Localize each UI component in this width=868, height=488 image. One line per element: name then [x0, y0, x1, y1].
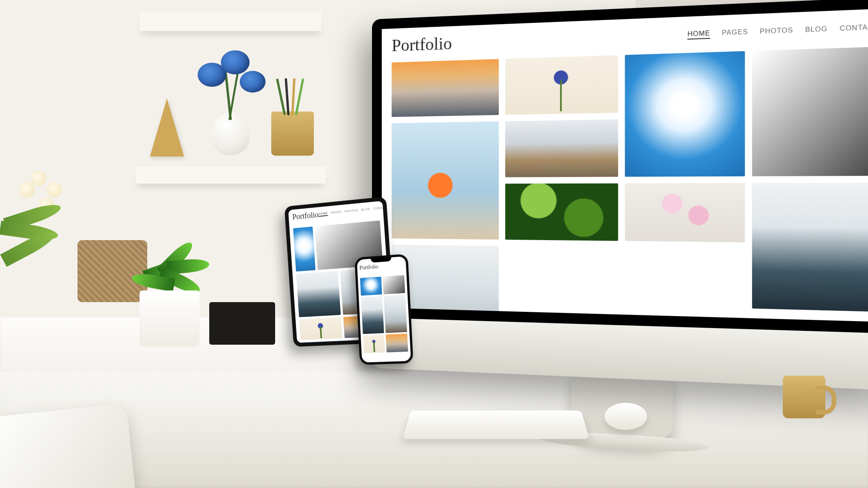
site-logo[interactable]: Portfolio — [392, 33, 452, 55]
portfolio-site-desktop: Portfolio HOME PAGES PHOTOS BLOG CONTACT — [382, 9, 868, 322]
tile-coastal-city[interactable] — [505, 119, 618, 177]
nav-home[interactable]: HOME — [687, 29, 710, 40]
primary-nav: HOME PAGES PHOTOS BLOG CONTACT — [319, 206, 389, 217]
gold-pencil-cup — [271, 112, 314, 156]
tile-green-leaves[interactable] — [505, 183, 618, 241]
tile-steel-bridge[interactable] — [383, 275, 405, 294]
tile-foggy-mountain[interactable] — [361, 296, 384, 334]
orchid-plant — [0, 155, 85, 271]
hydrangea-flower — [221, 50, 250, 74]
black-box — [209, 302, 275, 345]
pencils — [278, 84, 308, 115]
phone-screen: Portfolio — [357, 256, 411, 363]
tile-grape-hyacinth[interactable] — [505, 55, 618, 115]
portfolio-site-phone: Portfolio — [357, 256, 411, 363]
nav-photos[interactable]: PHOTOS — [344, 209, 358, 214]
nav-photos[interactable]: PHOTOS — [760, 26, 793, 37]
tile-foggy-mountain[interactable] — [752, 183, 868, 312]
gold-mug — [783, 376, 825, 418]
shelf-bottom — [136, 167, 326, 184]
shelf-top — [140, 12, 322, 31]
nav-pages[interactable]: PAGES — [722, 28, 748, 38]
desktop-monitor: Portfolio HOME PAGES PHOTOS BLOG CONTACT — [372, 0, 868, 391]
tile-foggy-mountain[interactable] — [296, 271, 341, 317]
tile-grape-hyacinth[interactable] — [299, 317, 342, 340]
photo-grid — [392, 47, 868, 322]
tile-sunset-harbor[interactable] — [392, 59, 499, 117]
white-planter — [140, 290, 200, 347]
site-logo[interactable]: Portfolio — [359, 264, 378, 271]
site-logo[interactable]: Portfolio — [292, 210, 319, 222]
tile-jellyfish[interactable] — [625, 51, 745, 177]
nav-contact[interactable]: CONTACT — [840, 23, 868, 34]
keyboard — [403, 411, 589, 439]
tile-sunset-harbor[interactable] — [386, 333, 408, 352]
nav-blog[interactable]: BLOG — [805, 25, 828, 35]
gold-tree-decor — [150, 98, 184, 156]
mouse — [604, 403, 647, 430]
hydrangea-flower — [240, 71, 266, 93]
nav-home[interactable]: HOME — [319, 211, 328, 217]
tile-jellyfish[interactable] — [293, 227, 315, 271]
nav-pages[interactable]: PAGES — [331, 210, 342, 216]
tile-sea-wall[interactable] — [384, 295, 407, 333]
primary-nav: HOME PAGES PHOTOS BLOG CONTACT — [687, 23, 868, 39]
nav-blog[interactable]: BLOG — [361, 208, 370, 213]
desktop-screen: Portfolio HOME PAGES PHOTOS BLOG CONTACT — [382, 9, 868, 322]
tile-jellyfish[interactable] — [360, 277, 382, 296]
tile-starfish[interactable] — [392, 121, 499, 239]
white-chair — [0, 403, 137, 488]
tile-starfish[interactable] — [301, 340, 346, 343]
tile-steel-bridge[interactable] — [752, 47, 868, 176]
tile-grape-hyacinth[interactable] — [363, 335, 385, 353]
phone-device: Portfolio — [355, 254, 413, 365]
tile-cherry-blossom[interactable] — [625, 183, 745, 242]
